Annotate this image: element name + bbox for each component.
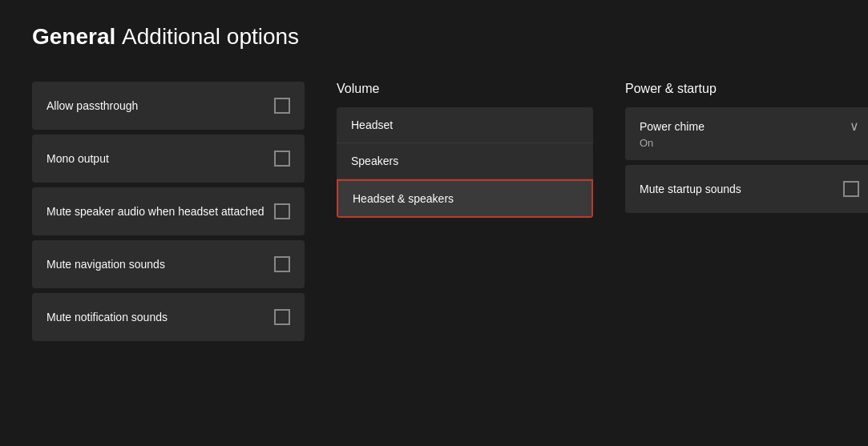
setting-label: Allow passthrough xyxy=(46,98,138,113)
setting-checkbox[interactable] xyxy=(274,203,290,219)
setting-row: Mute navigation sounds xyxy=(32,240,305,288)
volume-section-header: Volume xyxy=(337,82,593,96)
setting-checkbox[interactable] xyxy=(274,151,290,167)
content-layout: Allow passthroughMono outputMute speaker… xyxy=(32,82,836,341)
mute-startup-label: Mute startup sounds xyxy=(640,183,741,195)
page-container: General Additional options Allow passthr… xyxy=(0,0,868,446)
volume-item[interactable]: Headset xyxy=(337,107,593,143)
setting-label: Mute speaker audio when headset attached xyxy=(46,204,264,219)
mute-startup-row: Mute startup sounds xyxy=(625,165,868,213)
power-startup-section-header: Power & startup xyxy=(625,82,868,96)
setting-row: Mute speaker audio when headset attached xyxy=(32,187,305,235)
title-light: Additional options xyxy=(122,24,299,49)
setting-label: Mute notification sounds xyxy=(46,310,168,324)
setting-checkbox[interactable] xyxy=(274,309,290,325)
page-title: General Additional options xyxy=(32,24,836,50)
power-chime-dropdown[interactable]: Power chime ∨ On xyxy=(625,107,868,160)
left-column: Allow passthroughMono outputMute speaker… xyxy=(32,82,305,341)
power-chime-header: Power chime ∨ xyxy=(640,119,859,134)
power-chime-label: Power chime xyxy=(640,120,704,133)
setting-row: Mono output xyxy=(32,135,305,183)
setting-label: Mono output xyxy=(46,151,109,166)
setting-label: Mute navigation sounds xyxy=(46,257,165,271)
volume-item[interactable]: Speakers xyxy=(337,143,593,179)
setting-checkbox[interactable] xyxy=(274,256,290,272)
right-column: Power & startup Power chime ∨ On Mute st… xyxy=(625,82,868,213)
middle-column: Volume HeadsetSpeakersHeadset & speakers xyxy=(337,82,593,218)
setting-row: Mute notification sounds xyxy=(32,293,305,341)
volume-item[interactable]: Headset & speakers xyxy=(337,179,593,218)
setting-row: Allow passthrough xyxy=(32,82,305,130)
chevron-down-icon: ∨ xyxy=(850,119,859,134)
volume-dropdown-list: HeadsetSpeakersHeadset & speakers xyxy=(337,107,593,218)
title-bold: General xyxy=(32,24,115,49)
power-chime-value: On xyxy=(640,137,859,149)
setting-checkbox[interactable] xyxy=(274,98,290,114)
mute-startup-checkbox[interactable] xyxy=(843,181,859,197)
